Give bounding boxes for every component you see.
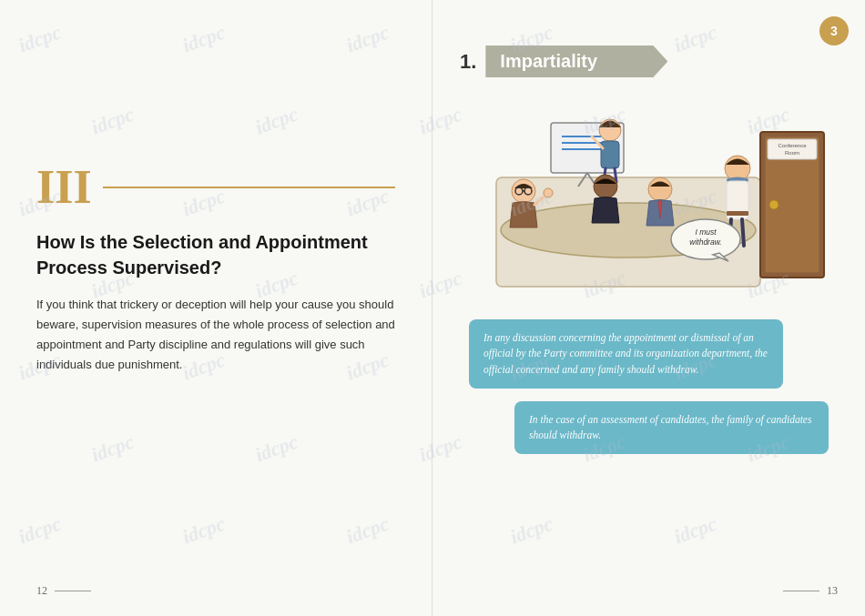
page-badge: 3 [819, 16, 849, 45]
svg-text:withdraw.: withdraw. [689, 237, 721, 247]
info-box-1: In any discussion concerning the appoint… [469, 319, 783, 389]
title-text-wrapper: Impartiality [485, 45, 667, 77]
svg-rect-9 [601, 141, 619, 168]
svg-text:I must: I must [695, 227, 717, 237]
roman-section: III [36, 164, 395, 211]
svg-text:Room: Room [785, 150, 799, 156]
svg-point-19 [594, 175, 617, 198]
page-number-right: 13 [783, 584, 838, 598]
svg-rect-29 [727, 211, 748, 216]
page-number-left: 12 [36, 584, 91, 598]
title-text: Impartiality [500, 51, 597, 71]
page-container: III How Is the Selection and Appointment… [0, 0, 865, 616]
illustration-svg: Conference Room I must withdra [460, 96, 838, 305]
impartiality-title-row: 1. Impartiality [460, 45, 838, 77]
left-page: III How Is the Selection and Appointment… [0, 0, 432, 616]
section-heading: How Is the Selection and AppointmentProc… [36, 229, 395, 280]
roman-line [103, 187, 395, 188]
svg-point-23 [769, 200, 778, 209]
right-page: 3 1. Impartiality [432, 0, 865, 616]
illustration-container: Conference Room I must withdra [460, 96, 838, 305]
section-body: If you think that trickery or deception … [36, 295, 395, 375]
info-box-2: In the case of an assessment of candidat… [514, 401, 829, 455]
roman-numeral: III [36, 164, 92, 211]
title-number: 1. [460, 50, 476, 74]
svg-line-31 [742, 219, 744, 246]
svg-point-20 [648, 177, 672, 201]
svg-point-18 [544, 188, 553, 197]
svg-text:Conference: Conference [778, 143, 807, 148]
